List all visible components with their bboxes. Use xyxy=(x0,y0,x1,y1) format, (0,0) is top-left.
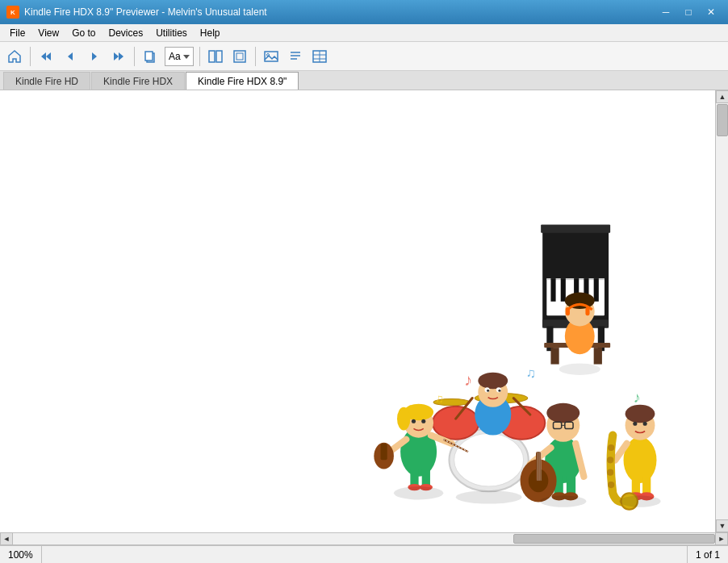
svg-marker-1 xyxy=(46,52,51,60)
svg-point-112 xyxy=(394,486,443,499)
svg-rect-89 xyxy=(536,452,541,481)
svg-marker-0 xyxy=(41,52,46,60)
svg-marker-8 xyxy=(183,55,190,59)
separator-3 xyxy=(199,47,200,66)
svg-point-66 xyxy=(397,407,410,431)
svg-rect-23 xyxy=(541,225,610,233)
svg-marker-2 xyxy=(68,52,73,60)
menu-devices[interactable]: Devices xyxy=(103,24,150,41)
separator-1 xyxy=(30,47,31,66)
svg-rect-36 xyxy=(594,348,602,364)
page-indicator: 1 of 1 xyxy=(687,546,728,563)
font-label: Aa xyxy=(169,51,181,62)
music-kids-illustration: ♪ ♫ ♪ ♫ xyxy=(328,171,675,518)
font-selector[interactable]: Aa xyxy=(165,47,194,66)
app-icon: K xyxy=(6,6,19,19)
back-button[interactable] xyxy=(59,45,82,68)
svg-point-39 xyxy=(565,293,595,309)
copy-button[interactable] xyxy=(139,45,161,68)
table-button[interactable] xyxy=(308,45,331,68)
home-button[interactable] xyxy=(3,45,26,68)
separator-4 xyxy=(255,47,256,66)
svg-text:♫: ♫ xyxy=(435,392,444,405)
go-start-button[interactable] xyxy=(35,45,57,68)
svg-point-100 xyxy=(633,422,637,426)
svg-text:♫: ♫ xyxy=(526,365,536,380)
tabs-bar: Kindle Fire HD Kindle Fire HDX Kindle Fi… xyxy=(0,71,728,90)
svg-rect-72 xyxy=(381,444,387,460)
svg-rect-31 xyxy=(594,278,599,302)
svg-rect-94 xyxy=(632,477,640,495)
svg-point-106 xyxy=(607,469,613,476)
vertical-scrollbar[interactable]: ▲ ▼ xyxy=(715,90,728,532)
svg-rect-12 xyxy=(236,53,243,60)
title-bar: K Kindle Fire HDX 8.9" Previewer - Melvi… xyxy=(0,0,728,24)
horizontal-scrollbar[interactable]: ◄ ► xyxy=(0,532,728,545)
svg-point-67 xyxy=(412,419,416,423)
scroll-track-horizontal[interactable] xyxy=(13,533,715,544)
menu-file[interactable]: File xyxy=(3,24,31,41)
scroll-right-arrow[interactable]: ► xyxy=(715,532,728,545)
svg-rect-11 xyxy=(234,51,245,62)
close-button[interactable]: ✕ xyxy=(701,4,722,20)
svg-rect-27 xyxy=(550,278,555,302)
svg-point-56 xyxy=(498,390,500,392)
svg-point-115 xyxy=(619,495,660,507)
go-end-button[interactable] xyxy=(107,45,130,68)
window-title: Kindle Fire HDX 8.9" Previewer - Melvin'… xyxy=(24,6,655,18)
svg-point-55 xyxy=(487,390,489,392)
svg-point-107 xyxy=(608,482,614,488)
svg-point-104 xyxy=(608,444,614,451)
page-canvas: ♪ ♫ ♪ ♫ xyxy=(0,90,715,532)
svg-rect-9 xyxy=(209,51,215,62)
separator-2 xyxy=(134,47,135,66)
svg-point-105 xyxy=(607,457,613,463)
tab-kindle-hdx-89[interactable]: Kindle Fire HDX 8.9" xyxy=(186,72,299,90)
svg-point-81 xyxy=(546,403,579,423)
svg-point-52 xyxy=(478,373,508,389)
zoom-level: 100% xyxy=(0,546,42,563)
window-controls: ─ □ ✕ xyxy=(655,4,722,20)
menu-goto[interactable]: Go to xyxy=(65,24,102,41)
svg-point-43 xyxy=(454,434,524,487)
svg-marker-5 xyxy=(119,52,123,60)
fit-page-button[interactable] xyxy=(228,45,251,68)
svg-point-99 xyxy=(625,405,655,423)
svg-rect-10 xyxy=(216,51,222,62)
svg-marker-3 xyxy=(92,52,97,60)
toolbar: Aa xyxy=(0,42,728,71)
svg-point-101 xyxy=(643,422,647,426)
status-bar: 100% 1 of 1 xyxy=(0,545,728,563)
svg-text:♪: ♪ xyxy=(464,370,472,389)
forward-button[interactable] xyxy=(83,45,106,68)
scroll-thumb-horizontal[interactable] xyxy=(513,534,715,544)
content-area: ♪ ♫ ♪ ♫ xyxy=(0,90,715,532)
svg-rect-77 xyxy=(567,477,575,495)
menu-view[interactable]: View xyxy=(31,24,65,41)
svg-text:♪: ♪ xyxy=(634,389,641,406)
tab-kindle-hdx[interactable]: Kindle Fire HDX xyxy=(91,72,185,90)
svg-point-116 xyxy=(559,364,600,375)
text-button[interactable] xyxy=(284,45,307,68)
svg-point-45 xyxy=(436,410,475,436)
svg-point-68 xyxy=(421,419,425,423)
svg-marker-4 xyxy=(114,52,119,60)
scroll-track-vertical[interactable] xyxy=(716,103,728,519)
page-view-button[interactable] xyxy=(204,45,227,68)
svg-point-114 xyxy=(540,495,586,507)
minimize-button[interactable]: ─ xyxy=(655,4,676,20)
svg-rect-35 xyxy=(550,348,559,364)
maximize-button[interactable]: □ xyxy=(678,4,699,20)
menu-help[interactable]: Help xyxy=(194,24,227,41)
scroll-thumb-vertical[interactable] xyxy=(717,104,728,136)
menu-utilities[interactable]: Utilities xyxy=(149,24,194,41)
svg-rect-7 xyxy=(145,52,153,60)
scroll-up-arrow[interactable]: ▲ xyxy=(716,90,728,103)
content-wrapper: ♪ ♫ ♪ ♫ ▲ ▼ ◄ xyxy=(0,90,728,563)
scroll-left-arrow[interactable]: ◄ xyxy=(0,532,13,545)
tab-kindle-hd[interactable]: Kindle Fire HD xyxy=(3,72,90,90)
image-button[interactable] xyxy=(260,45,282,68)
scroll-down-arrow[interactable]: ▼ xyxy=(716,519,728,532)
svg-rect-28 xyxy=(561,278,566,302)
menu-bar: File View Go to Devices Utilities Help xyxy=(0,24,728,42)
